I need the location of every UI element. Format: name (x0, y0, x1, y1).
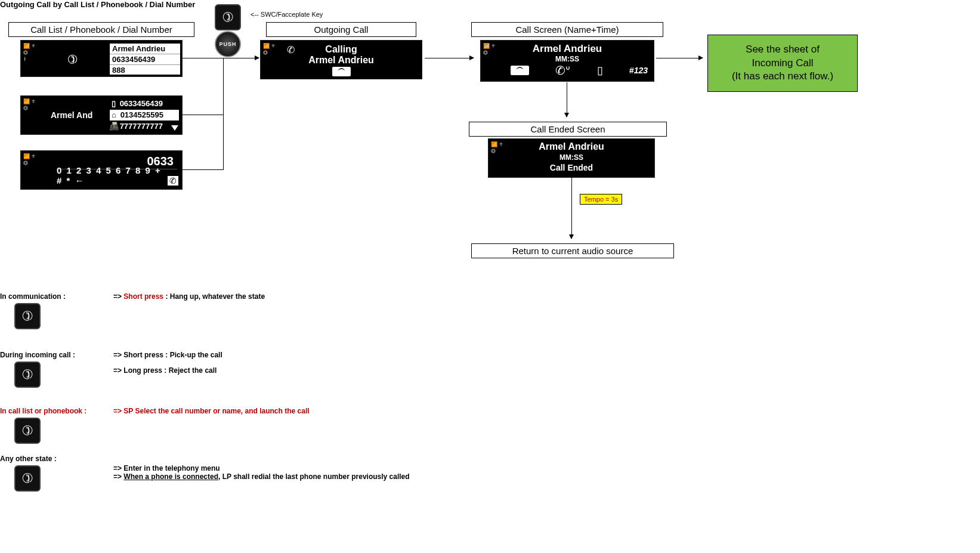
phonebook-number: 7777777777 (120, 122, 163, 131)
call-list-screen: 📶 ᯤ⏣ᚼ ✆ Armel Andrieu 0633456439 888 (20, 40, 183, 77)
arrow-right-icon (223, 58, 259, 58)
ended-name: Armel Andrieu (489, 141, 654, 152)
callscreen-label: Call Screen (Name+Time) (471, 22, 663, 37)
list-item: 888 (110, 65, 180, 75)
phone-key-icon: ✆ (14, 418, 41, 444)
phone-key-icon: ✆ (14, 362, 41, 388)
call-time: MM:SS (481, 55, 654, 63)
swc-note: <-- SWC/Facceplate Key (251, 11, 323, 18)
legend-state-label: In call list or phonebook : (0, 407, 86, 415)
legend-action: => Short press : Hang up, whatever the s… (113, 292, 265, 301)
connector-line (181, 115, 223, 115)
scroll-up-icon (171, 44, 178, 50)
phone-key-icon: ✆ (215, 4, 241, 30)
phonebook-number: 0633456439 (120, 99, 163, 108)
dial-call-icon: ✆ (168, 176, 178, 186)
phone-key-icon: ✆ (14, 303, 41, 329)
tempo-note: Tempo = 3s (580, 194, 622, 205)
legend-text-part: Short press (123, 292, 163, 301)
flow-diagram-page: Outgoing Call by Call List / Phonebook /… (0, 0, 980, 553)
dtmf-code: #123 (629, 66, 648, 75)
phonebook-name: Armel And (51, 110, 92, 120)
push-label: PUSH (219, 41, 236, 47)
legend-text-part: When a phone is connected (123, 472, 218, 481)
active-call-screen: 📶 ᯤ⏣ Armel Andrieu MM:SS ⏜ ✆ᐡ ▯ #123 (480, 40, 654, 82)
green-line: (It has each next flow.) (732, 70, 833, 84)
legend-action: => Short press : Pick-up the call (113, 351, 222, 359)
list-item: 0633456439 (110, 54, 180, 65)
ended-label: Call Ended Screen (469, 122, 667, 137)
signal-icon: 📶 ᯤ⏣ᚼ (23, 43, 44, 61)
connector-line (223, 58, 224, 170)
legend-state-label: In communication : (0, 292, 66, 301)
scroll-down-icon (171, 125, 178, 131)
arrow-right-icon (425, 58, 474, 58)
dial-keys: 0 1 2 3 4 5 6 7 8 9 + # * ← (57, 165, 164, 186)
arrow-right-icon (656, 58, 703, 58)
legend-state-label: Any other state : (0, 455, 57, 463)
calling-text: Calling (261, 44, 422, 55)
scroll-down-icon (171, 67, 178, 73)
outgoing-label: Outgoing Call (266, 22, 416, 37)
push-knob-icon: PUSH (215, 31, 241, 57)
hangup-button: ⏜ (261, 67, 422, 76)
call-ended-screen: 📶 ᯤ⏣ Armel Andrieu MM:SS Call Ended (488, 138, 655, 178)
arrow-down-icon (567, 82, 567, 117)
phone-key-icon: ✆ (14, 465, 41, 492)
caller-name: Armel Andrieu (481, 43, 654, 55)
legend-action: => Enter in the telephony menu (113, 464, 220, 472)
hold-icon: ✆ᐡ (555, 63, 570, 78)
selectors-label: Call List / Phonebook / Dial Number (8, 22, 194, 37)
ended-status: Call Ended (489, 163, 654, 172)
green-line: Incoming Call (732, 57, 833, 70)
hangup-icon: ⏜ (511, 66, 529, 75)
legend-action: => Long press : Reject the call (113, 366, 217, 375)
connector-line (181, 58, 223, 58)
legend-text-part: : Hang up, whatever the state (163, 292, 265, 301)
legend-text-part: , LP shall redial the last phone number … (218, 472, 410, 481)
signal-icon: 📶 ᯤ⏣ (23, 98, 44, 116)
legend-action: => SP Select the call number or name, an… (113, 407, 310, 415)
mobile-icon: ▯ (109, 98, 118, 109)
legend-text-part: => (113, 292, 123, 301)
phonebook-screen: 📶 ᯤ⏣ Armel And ▯ 0633456439 ⌂ 0134525595… (20, 95, 183, 135)
arrow-down-icon (571, 178, 572, 239)
fax-icon: 📠 (109, 121, 118, 132)
connector-line (181, 169, 223, 170)
device-icon: ▯ (597, 64, 603, 77)
signal-icon: 📶 ᯤ⏣ (23, 153, 44, 171)
legend-state-label: During incoming call : (0, 351, 75, 359)
phonebook-number: 0134525595 (120, 110, 163, 119)
green-line: See the sheet of (732, 43, 833, 57)
return-label: Return to current audio source (471, 243, 674, 258)
phone-icon: ✆ (65, 51, 79, 68)
outgoing-call-screen: 📶 ᯤ⏣ ✆ Calling Armel Andrieu ⏜ (260, 40, 422, 79)
legend-text-part: => (113, 472, 123, 481)
page-title: Outgoing Call by Call List / Phonebook /… (0, 0, 195, 9)
list-item: Armel Andrieu (110, 44, 180, 54)
calling-name: Armel Andrieu (261, 55, 422, 66)
legend-action: => When a phone is connected, LP shall r… (113, 472, 410, 481)
see-incoming-call-ref: See the sheet of Incoming Call (It has e… (707, 35, 858, 92)
dial-screen: 📶 ᯤ⏣ 0633 0 1 2 3 4 5 6 7 8 9 + # * ← ✆ (20, 150, 183, 190)
phonebook-entries: ▯ 0633456439 ⌂ 0134525595 📠 7777777777 (109, 98, 180, 132)
call-list-entries: Armel Andrieu 0633456439 888 (109, 43, 181, 75)
home-icon: ⌂ (110, 110, 118, 121)
ended-time: MM:SS (489, 153, 654, 162)
